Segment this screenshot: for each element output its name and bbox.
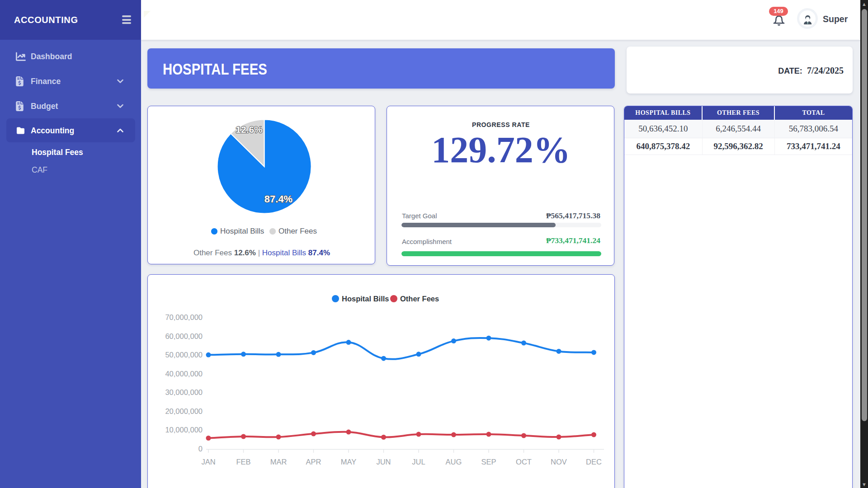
svg-text:12.6%: 12.6% — [236, 124, 263, 135]
svg-text:87.4%: 87.4% — [264, 193, 292, 205]
